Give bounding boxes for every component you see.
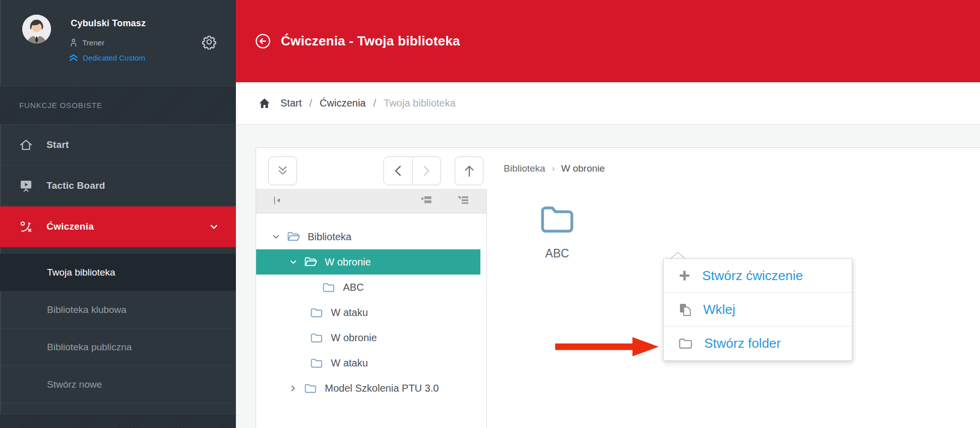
sidebar-subitem-label: Biblioteka klubowa (47, 304, 126, 315)
sidebar-item-cwiczenia[interactable]: Ćwiczenia (0, 206, 236, 247)
sidebar-subnav: Twoja biblioteka Biblioteka klubowa Bibl… (0, 247, 236, 403)
expand-all-icon[interactable] (456, 195, 470, 204)
sidebar-next-section-band (0, 414, 236, 428)
tree-row-w-ataku[interactable]: W ataku (256, 300, 480, 325)
menu-item-wklej[interactable]: Wklej (664, 293, 852, 327)
explorer-toolbar: Biblioteka › W obronie (256, 148, 980, 189)
sidebar-item-label: Tactic Board (46, 180, 105, 191)
breadcrumb: Start / Ćwiczenia / Twoja biblioteka (236, 82, 980, 125)
tree-row-label: W obronie (331, 332, 377, 344)
sidebar-subitem-biblioteka-klubowa[interactable]: Biblioteka klubowa (0, 291, 236, 329)
folder-icon (310, 307, 324, 318)
context-menu: Stwórz ćwiczenie Wklej Stwórz folder (663, 258, 852, 361)
chevron-left-icon (394, 165, 402, 177)
folder-icon (310, 358, 324, 368)
sidebar-item-label: Start (46, 139, 69, 150)
folder-tree: Biblioteka W obronie (256, 213, 486, 401)
path-item[interactable]: Biblioteka (504, 163, 545, 174)
tree-toolbar (256, 189, 486, 213)
page-header: Ćwiczenia - Twoja biblioteka (236, 0, 980, 82)
person-icon (70, 38, 77, 47)
tactic-board-icon (19, 179, 33, 192)
back-button[interactable] (384, 157, 412, 185)
menu-item-stworz-cwiczenie[interactable]: Stwórz ćwiczenie (664, 259, 852, 293)
folder-icon (310, 333, 324, 343)
folder-icon (528, 205, 586, 234)
collapse-pane-icon[interactable] (272, 195, 283, 206)
drills-icon (19, 220, 33, 234)
sidebar-section-label: FUNKCJE OSOBISTE (19, 101, 102, 110)
user-name: Cybulski Tomasz (71, 18, 146, 29)
forward-button[interactable] (412, 157, 441, 185)
chevron-right-icon (423, 165, 430, 177)
breadcrumb-item[interactable]: Ćwiczenia (320, 97, 366, 109)
double-chevron-up-icon (69, 54, 78, 62)
sidebar-subitem-label: Twoja biblioteka (47, 267, 115, 278)
home-icon (19, 139, 33, 151)
menu-caret-icon (670, 251, 686, 259)
explorer-body: Biblioteka W obronie (256, 189, 980, 428)
tree-row-label: Model Szkolenia PTU 3.0 (325, 383, 439, 394)
sidebar: Cybulski Tomasz Trener Dedicated Custom … (0, 0, 236, 428)
folder-icon (322, 282, 336, 293)
tree-row-w-obronie[interactable]: W obronie (256, 325, 480, 350)
user-role: Trener (70, 38, 105, 47)
gear-icon[interactable] (202, 33, 219, 50)
breadcrumb-separator: / (309, 97, 312, 109)
sidebar-subitem-label: Stwórz nowe (47, 379, 102, 390)
tree-row-biblioteka[interactable]: Biblioteka (256, 224, 480, 249)
tree-row-w-obronie-selected[interactable]: W obronie (256, 249, 480, 275)
folder-icon (304, 383, 318, 394)
explorer-path: Biblioteka › W obronie (504, 148, 605, 189)
tree-row-label: ABC (343, 282, 364, 293)
tree-row-abc[interactable]: ABC (256, 275, 480, 300)
up-level-button[interactable] (455, 156, 483, 185)
chevron-down-icon (209, 222, 219, 232)
menu-item-label: Stwórz ćwiczenie (702, 268, 803, 284)
sidebar-item-start[interactable]: Start (0, 125, 236, 166)
menu-item-label: Wklej (703, 302, 736, 317)
user-plan-label: Dedicated Custom (83, 54, 145, 62)
sidebar-nav: Start Tactic Board Ćwiczenia Twoja bibli… (0, 125, 236, 403)
sidebar-section-header: FUNKCJE OSOBISTE (0, 86, 236, 125)
file-explorer-panel: Biblioteka › W obronie (256, 147, 980, 428)
folder-icon (678, 338, 693, 349)
sidebar-subitem-biblioteka-publiczna[interactable]: Biblioteka publiczna (0, 329, 236, 366)
sidebar-subitem-twoja-biblioteka[interactable]: Twoja biblioteka (0, 254, 236, 291)
home-icon[interactable] (259, 98, 270, 109)
avatar-illustration (22, 15, 51, 43)
user-card: Cybulski Tomasz Trener Dedicated Custom (0, 0, 236, 86)
sidebar-subitem-label: Biblioteka publiczna (47, 342, 132, 353)
user-role-label: Trener (82, 38, 105, 47)
history-nav-group (383, 156, 441, 185)
path-separator: › (552, 164, 554, 173)
chevron-down-icon[interactable] (289, 258, 299, 266)
sidebar-item-label: Ćwiczenia (46, 221, 94, 232)
paste-icon (678, 303, 692, 316)
folder-tile-abc[interactable]: ABC (528, 205, 586, 260)
chevron-down-icon[interactable] (272, 233, 281, 241)
collapse-all-icon[interactable] (419, 195, 433, 204)
back-circle-icon[interactable] (255, 33, 271, 49)
page-title: Ćwiczenia - Twoja biblioteka (281, 33, 460, 49)
avatar[interactable] (22, 15, 51, 43)
sidebar-item-tactic-board[interactable]: Tactic Board (0, 166, 236, 206)
tree-row-w-ataku-2[interactable]: W ataku (256, 350, 480, 376)
folder-tree-pane: Biblioteka W obronie (256, 189, 487, 428)
tree-row-label: W ataku (331, 357, 368, 369)
breadcrumb-item[interactable]: Start (280, 97, 302, 109)
main-area: Ćwiczenia - Twoja biblioteka Start / Ćwi… (236, 0, 980, 428)
chevron-right-icon[interactable] (289, 384, 299, 393)
plus-icon (678, 270, 691, 282)
menu-item-stworz-folder[interactable]: Stwórz folder (664, 327, 852, 360)
sidebar-subitem-stworz-nowe[interactable]: Stwórz nowe (0, 366, 236, 403)
user-plan[interactable]: Dedicated Custom (69, 54, 145, 62)
folder-open-icon (304, 256, 318, 268)
expand-panel-button[interactable] (268, 156, 297, 185)
tree-row-model-szkolenia[interactable]: Model Szkolenia PTU 3.0 (256, 376, 480, 401)
folder-tile-label: ABC (528, 247, 586, 260)
tree-row-label: W obronie (325, 256, 371, 268)
arrow-up-icon (463, 165, 475, 178)
annotation-arrow (555, 336, 659, 358)
content-area: Biblioteka › W obronie (236, 125, 980, 428)
